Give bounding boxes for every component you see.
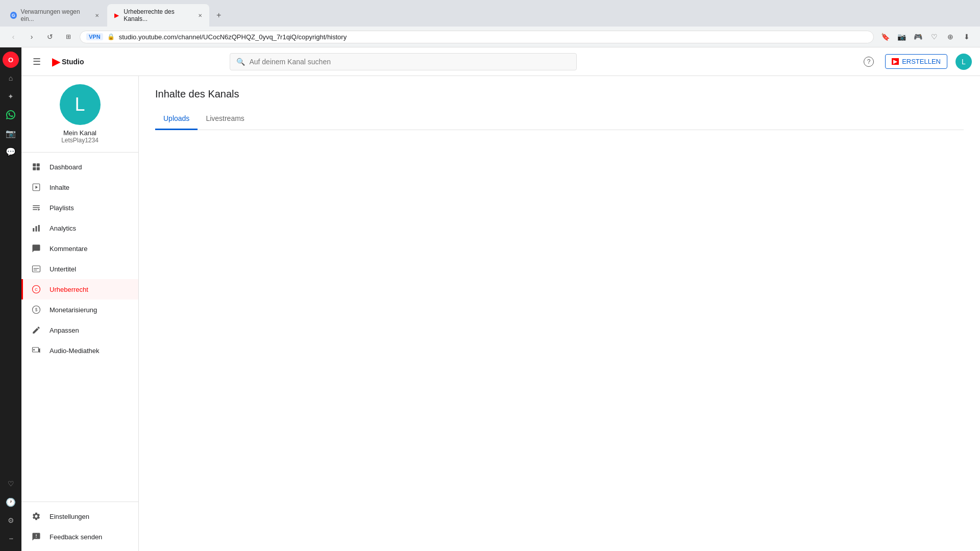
nav-action-1[interactable]: 🔖 (878, 30, 892, 44)
youtube-logo: ▶ Studio (52, 56, 84, 68)
help-button[interactable]: ? (861, 54, 877, 70)
sidebar-item-feedback[interactable]: Feedback senden (21, 527, 138, 547)
forward-button[interactable]: › (24, 30, 39, 44)
svg-rect-0 (33, 163, 36, 166)
playlists-icon (31, 203, 41, 213)
address-bar[interactable]: VPN 🔒 studio.youtube.com/channel/UCocN6z… (80, 31, 874, 43)
content-icon (31, 182, 41, 192)
yt-logo-icon: ▶ (52, 56, 60, 68)
sidebar-item-comments[interactable]: Kommentare (21, 238, 138, 259)
sidebar-item-audio[interactable]: Audio-Mediathek (21, 340, 138, 361)
main-header: Inhalte des Kanals Uploads Livestreams (139, 76, 980, 130)
top-actions: ? ▶ ERSTELLEN L (861, 54, 972, 70)
svg-rect-13 (33, 266, 40, 272)
browser-tab-1[interactable]: G Verwarnungen wegen ein... ✕ (4, 4, 106, 27)
vpn-badge: VPN (86, 33, 103, 40)
sidebar-item-analytics[interactable]: Analytics (21, 218, 138, 238)
studio-sidebar: L Mein Kanal LetsPlay1234 Dashboard (21, 76, 139, 551)
tab2-title: Urheberrechte des Kanals... (124, 8, 190, 22)
extensions-button[interactable]: ⊞ (61, 30, 76, 44)
monetization-label: Monetarisierung (50, 306, 97, 314)
channel-name: Mein Kanal (63, 129, 96, 137)
nav-action-4[interactable]: ♡ (927, 30, 941, 44)
svg-rect-12 (38, 225, 40, 232)
svg-rect-2 (33, 167, 36, 170)
tab2-close[interactable]: ✕ (197, 12, 203, 19)
dashboard-icon (31, 162, 41, 172)
svg-rect-10 (33, 228, 34, 232)
analytics-label: Analytics (50, 224, 76, 232)
tab1-favicon: G (10, 12, 17, 19)
content-label: Inhalte (50, 184, 69, 191)
qa-home[interactable]: ⌂ (3, 70, 19, 86)
address-text: studio.youtube.com/channel/UCocN6zQPHQZ_… (119, 33, 867, 41)
nav-action-6[interactable]: ⬇ (960, 30, 974, 44)
settings-label: Einstellungen (50, 513, 89, 520)
svg-text:$: $ (35, 308, 38, 312)
yt-logo-text: Studio (62, 58, 84, 66)
copyright-icon: C (31, 284, 41, 294)
back-button[interactable]: ‹ (6, 30, 20, 44)
qa-settings[interactable]: ⚙ (3, 512, 19, 529)
sidebar-item-customize[interactable]: Anpassen (21, 320, 138, 340)
reload-button[interactable]: ↺ (43, 30, 57, 44)
qa-bookmarks[interactable]: ♡ (3, 475, 19, 492)
qa-opera-logo[interactable]: O (3, 52, 19, 68)
tab1-close[interactable]: ✕ (93, 12, 100, 19)
sidebar-item-subtitles[interactable]: Untertitel (21, 259, 138, 279)
channel-avatar[interactable]: L (60, 84, 101, 125)
svg-marker-5 (36, 186, 38, 189)
search-bar[interactable]: 🔍 (230, 53, 577, 70)
sidebar-item-settings[interactable]: Einstellungen (21, 506, 138, 527)
create-button[interactable]: ▶ ERSTELLEN (885, 54, 947, 69)
nav-action-2[interactable]: 📷 (894, 30, 909, 44)
nav-action-3[interactable]: 🎮 (911, 30, 925, 44)
tab-uploads[interactable]: Uploads (155, 108, 198, 130)
qa-more[interactable]: ··· (3, 531, 19, 547)
comments-icon (31, 243, 41, 254)
dashboard-label: Dashboard (50, 163, 82, 171)
customize-label: Anpassen (50, 327, 79, 334)
sidebar-item-content[interactable]: Inhalte (21, 177, 138, 197)
tab1-title: Verwarnungen wegen ein... (21, 8, 88, 22)
tab-livestreams[interactable]: Livestreams (198, 108, 252, 130)
subtitles-label: Untertitel (50, 265, 76, 273)
search-icon: 🔍 (236, 58, 245, 66)
create-flag: ▶ (892, 58, 899, 65)
sidebar-item-monetization[interactable]: $ Monetarisierung (21, 299, 138, 320)
search-input[interactable] (249, 58, 570, 66)
hamburger-menu[interactable]: ☰ (30, 55, 44, 69)
qa-speed-dial[interactable]: ✦ (3, 88, 19, 105)
channel-handle: LetsPlay1234 (61, 137, 99, 144)
subtitles-icon (31, 264, 41, 274)
create-label: ERSTELLEN (902, 58, 941, 65)
monetization-icon: $ (31, 305, 41, 315)
svg-rect-1 (37, 163, 40, 166)
audio-icon (31, 345, 41, 356)
svg-text:C: C (35, 287, 38, 292)
analytics-icon (31, 223, 41, 233)
comments-label: Kommentare (50, 245, 87, 253)
playlists-label: Playlists (50, 204, 74, 212)
qa-instagram[interactable]: 📷 (3, 125, 19, 141)
browser-tab-2[interactable]: ▶ Urheberrechte des Kanals... ✕ (107, 4, 209, 27)
audio-label: Audio-Mediathek (50, 347, 100, 355)
qa-history[interactable]: 🕐 (3, 494, 19, 510)
qa-messenger[interactable]: 💬 (3, 143, 19, 160)
sidebar-item-dashboard[interactable]: Dashboard (21, 157, 138, 177)
sidebar-item-playlists[interactable]: Playlists (21, 197, 138, 218)
new-tab-button[interactable]: + (212, 8, 225, 23)
user-avatar[interactable]: L (955, 54, 972, 70)
svg-rect-11 (36, 226, 37, 232)
qa-whatsapp[interactable] (3, 107, 19, 123)
lock-icon: 🔒 (107, 33, 115, 40)
svg-rect-3 (37, 167, 40, 170)
copyright-label: Urheberrecht (50, 286, 88, 293)
nav-action-5[interactable]: ⊕ (943, 30, 958, 44)
main-content: Inhalte des Kanals Uploads Livestreams (139, 76, 980, 551)
feedback-icon (31, 532, 41, 542)
page-title: Inhalte des Kanals (155, 88, 964, 100)
sidebar-item-copyright[interactable]: C Urheberrecht (21, 279, 138, 299)
settings-icon (31, 511, 41, 521)
svg-marker-9 (38, 209, 40, 211)
